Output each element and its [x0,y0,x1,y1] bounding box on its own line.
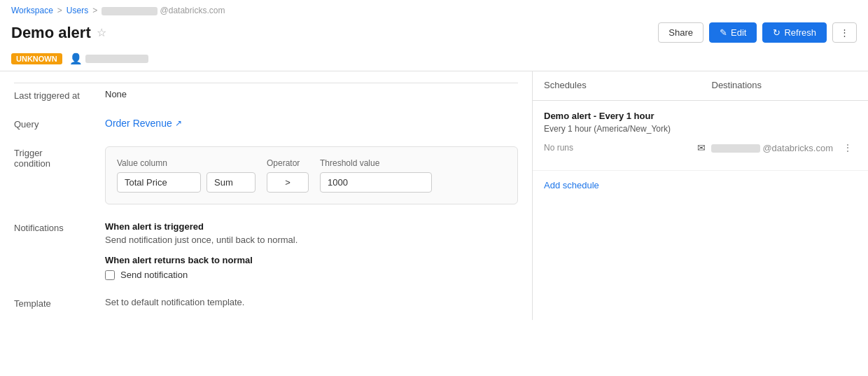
query-row: Query Order Revenue ↗ [14,118,518,130]
tab-destinations[interactable]: Destinations [701,71,869,100]
user-redacted [102,7,158,15]
external-link-icon: ↗ [175,118,182,128]
trigger-fields: Value column Operator Threshold value [117,158,506,193]
last-triggered-row: Last triggered at None [14,89,518,101]
breadcrumb-email-domain: @databricks.com [160,6,225,15]
dest-email: @databricks.com [711,143,833,153]
more-options-button[interactable]: ⋮ [832,22,857,43]
edit-label: Edit [731,27,746,38]
share-button[interactable]: Share [658,22,704,43]
value-column-group: Value column [117,158,255,193]
dest-email-redacted [711,144,760,153]
when-normal-heading: When alert returns back to normal [105,255,518,265]
refresh-label: Refresh [784,27,816,38]
template-section: Template Set to default notification tem… [14,297,518,309]
last-triggered-value: None [105,89,127,99]
aggregation-input[interactable] [206,172,255,193]
top-bar: Workspace > Users > @databricks.com Demo… [0,0,868,71]
breadcrumb-workspace[interactable]: Workspace [11,6,53,15]
send-notification-row: Send notification [105,270,518,280]
breadcrumb-users[interactable]: Users [66,6,88,15]
title-row: Demo alert ☆ Share ✎ Edit ↻ Refresh ⋮ [11,18,857,50]
last-triggered-label: Last triggered at [14,89,105,101]
query-link[interactable]: Order Revenue ↗ [105,118,182,129]
refresh-icon: ↻ [773,27,780,38]
edit-icon: ✎ [720,27,727,38]
main-layout: Last triggered at None Query Order Reven… [0,71,868,320]
value-column-label: Value column [117,158,255,168]
trigger-box: Value column Operator Threshold value [105,146,518,204]
template-label: Template [14,297,105,309]
operator-label: Operator [267,158,309,168]
breadcrumb: Workspace > Users > @databricks.com [11,6,857,15]
operator-group: Operator [267,158,309,193]
add-schedule-section: Add schedule [533,171,868,199]
value-column-inputs [117,172,255,193]
breadcrumb-user: @databricks.com [102,6,225,15]
notifications-section: Notifications When alert is triggered Se… [14,221,518,280]
owner-redacted [85,55,148,63]
notifications-label: Notifications [14,221,105,233]
breadcrumb-sep2: > [92,6,97,15]
schedule-item: Demo alert - Every 1 hour Every 1 hour (… [533,101,868,171]
title-actions: Share ✎ Edit ↻ Refresh ⋮ [658,22,857,43]
notifications-content: When alert is triggered Send notificatio… [105,221,518,280]
dest-more-button[interactable]: ⋮ [839,141,857,155]
send-notification-label: Send notification [120,270,188,280]
trigger-condition-section: Trigger condition Value column Operator [14,146,518,204]
dest-email-domain: @databricks.com [762,143,833,153]
schedules-header: Schedules Destinations [533,71,868,101]
status-badge: UNKNOWN [11,53,62,64]
refresh-button[interactable]: ↻ Refresh [762,22,827,43]
query-link-text: Order Revenue [105,118,172,129]
tab-schedules[interactable]: Schedules [533,71,701,100]
email-icon: ✉ [697,142,706,153]
threshold-label: Threshold value [320,158,432,168]
schedule-name: Demo alert - Every 1 hour [544,111,857,121]
threshold-group: Threshold value [320,158,432,193]
when-triggered-heading: When alert is triggered [105,221,518,232]
owner-row: 👤 [69,53,148,65]
title-left: Demo alert ☆ [11,24,106,42]
trigger-condition-label: Trigger condition [14,146,105,169]
schedules-tab-label: Schedules [544,80,587,90]
page-title: Demo alert [11,24,91,42]
template-value: Set to default notification template. [105,297,244,307]
right-panel: Schedules Destinations Demo alert - Ever… [532,71,868,320]
query-label: Query [14,118,105,130]
add-schedule-link[interactable]: Add schedule [544,180,599,190]
person-icon: 👤 [69,53,83,65]
star-icon[interactable]: ☆ [97,26,106,39]
value-column-input[interactable] [117,172,201,193]
left-panel: Last triggered at None Query Order Reven… [0,71,532,320]
schedule-freq: Every 1 hour (America/New_York) [544,124,857,134]
schedule-runs: No runs [544,143,573,153]
edit-button[interactable]: ✎ Edit [709,22,757,43]
destinations-tab-label: Destinations [712,80,762,90]
operator-input[interactable] [267,172,309,193]
send-notification-checkbox[interactable] [105,270,115,280]
meta-row: UNKNOWN 👤 [11,50,857,71]
breadcrumb-sep1: > [57,6,62,15]
destination-row: ✉ @databricks.com ⋮ [697,135,857,160]
threshold-input[interactable] [320,172,432,193]
when-triggered-desc: Send notification just once, until back … [105,235,518,245]
